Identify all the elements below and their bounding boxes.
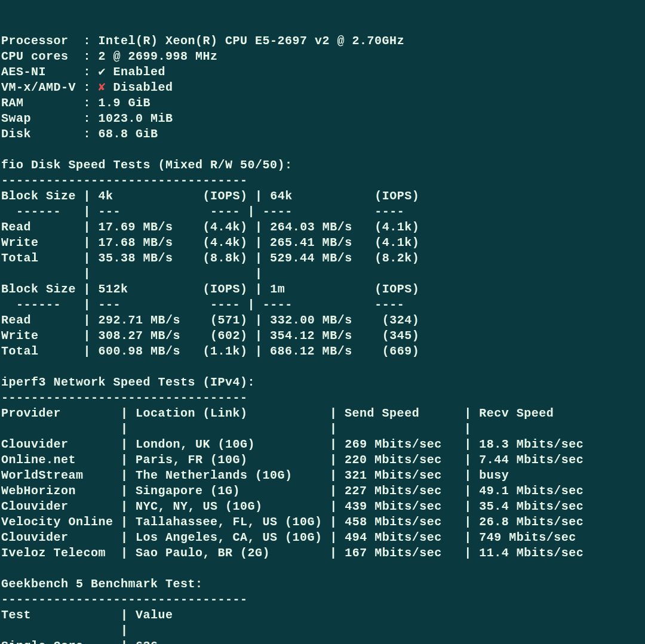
fio-total-4k-iops: (8.8k) (203, 251, 248, 265)
fio-total-512k-iops: (1.1k) (203, 344, 248, 358)
processor-value: Intel(R) Xeon(R) CPU E5-2697 v2 @ 2.70GH… (99, 34, 405, 48)
fio-read-label: Read (1, 220, 31, 234)
iperf-provider: Clouvider (1, 500, 69, 513)
fio-hdr-block2: Block Size (1, 282, 76, 296)
fio-total-label2: Total (1, 344, 39, 358)
fio-write-label2: Write (1, 329, 39, 343)
iperf-send: 494 Mbits/sec (345, 531, 442, 544)
fio-write-64k: 265.41 MB/s (270, 236, 352, 249)
fio-total-64k: 529.44 MB/s (270, 251, 352, 265)
iperf-hdr-provider: Provider (1, 406, 61, 420)
fio-total-4k: 35.38 MB/s (99, 251, 173, 265)
disk-value: 68.8 GiB (99, 127, 158, 141)
iperf-send: 458 Mbits/sec (345, 515, 442, 529)
check-icon: ✔ (99, 65, 106, 79)
iperf-title: iperf3 Network Speed Tests (IPv4): (1, 375, 255, 389)
iperf-recv: 7.44 Mbits/sec (479, 453, 583, 467)
fio-hdr-iops4: (IOPS) (374, 282, 419, 296)
iperf-send: 227 Mbits/sec (345, 484, 442, 498)
iperf-provider: WorldStream (1, 469, 84, 482)
fio-total-1m-iops: (669) (382, 344, 420, 358)
geekbench-single-label: Single Core (1, 639, 84, 644)
iperf-hdr-send: Send Speed (345, 406, 419, 420)
vmx-value: Disabled (113, 81, 173, 94)
fio-hdr-iops3: (IOPS) (203, 282, 248, 296)
aesni-label: AES-NI (1, 65, 46, 79)
fio-total-1m: 686.12 MB/s (270, 344, 352, 358)
terminal-output: Processor : Intel(R) Xeon(R) CPU E5-2697… (1, 33, 644, 644)
cores-label: CPU cores (1, 50, 69, 63)
processor-label: Processor (1, 34, 69, 48)
fio-dash-row: ------ | (1, 205, 91, 218)
fio-read-1m: 332.00 MB/s (270, 313, 352, 327)
iperf-hdr-recv: Recv Speed (479, 406, 554, 420)
iperf-hdr-location: Location (Link) (136, 406, 248, 420)
fio-write-4k: 17.68 MB/s (99, 236, 173, 249)
vmx-label: VM-x/AMD-V (1, 81, 76, 94)
fio-title: fio Disk Speed Tests (Mixed R/W 50/50): (1, 158, 293, 172)
fio-read-64k-iops: (4.1k) (374, 220, 419, 234)
fio-write-1m: 354.12 MB/s (270, 329, 352, 343)
disk-label: Disk (1, 127, 31, 141)
geekbench-single-value: 636 (136, 639, 158, 644)
iperf-dashes: --------------------------------- (1, 391, 248, 405)
iperf-location: NYC, NY, US (10G) (136, 500, 263, 513)
iperf-row: Iveloz Telecom | Sao Paulo, BR (2G) | 16… (1, 546, 583, 560)
iperf-location: The Netherlands (10G) (136, 469, 293, 482)
iperf-recv: 49.1 Mbits/sec (479, 484, 583, 498)
aesni-value: Enabled (113, 65, 166, 79)
cores-value: 2 @ 2699.998 MHz (99, 50, 218, 63)
iperf-row: WebHorizon | Singapore (1G) | 227 Mbits/… (1, 484, 583, 498)
iperf-recv: 11.4 Mbits/sec (479, 546, 583, 560)
fio-hdr-512k: 512k (99, 282, 128, 296)
fio-read-512k: 292.71 MB/s (99, 313, 181, 327)
fio-read-1m-iops: (324) (382, 313, 420, 327)
fio-read-64k: 264.03 MB/s (270, 220, 352, 234)
fio-total-64k-iops: (8.2k) (374, 251, 419, 265)
fio-hdr-iops1: (IOPS) (203, 189, 248, 203)
fio-hdr-iops2: (IOPS) (374, 189, 419, 203)
fio-hdr-block: Block Size (1, 189, 76, 203)
fio-hdr-1m: 1m (270, 282, 285, 296)
fio-read-label2: Read (1, 313, 31, 327)
geekbench-title: Geekbench 5 Benchmark Test: (1, 577, 203, 591)
iperf-row: Online.net | Paris, FR (10G) | 220 Mbits… (1, 453, 583, 467)
iperf-location: Singapore (1G) (136, 484, 240, 498)
iperf-provider: Clouvider (1, 531, 69, 544)
iperf-send: 269 Mbits/sec (345, 437, 442, 451)
iperf-row: Velocity Online | Tallahassee, FL, US (1… (1, 515, 583, 529)
iperf-location: Los Angeles, CA, US (10G) (136, 531, 322, 544)
fio-read-512k-iops: (571) (210, 313, 248, 327)
iperf-send: 321 Mbits/sec (345, 469, 442, 482)
iperf-provider: WebHorizon (1, 484, 76, 498)
iperf-recv: 35.4 Mbits/sec (479, 500, 583, 513)
swap-value: 1023.0 MiB (99, 112, 173, 125)
iperf-send: 220 Mbits/sec (345, 453, 442, 467)
iperf-row: Clouvider | Los Angeles, CA, US (10G) | … (1, 531, 576, 544)
iperf-provider: Velocity Online (1, 515, 113, 529)
geekbench-hdr-value: Value (136, 608, 173, 622)
fio-hdr-64k: 64k (270, 189, 293, 203)
fio-write-64k-iops: (4.1k) (374, 236, 419, 249)
iperf-row: Clouvider | London, UK (10G) | 269 Mbits… (1, 437, 583, 451)
iperf-send: 167 Mbits/sec (345, 546, 442, 560)
iperf-recv: 18.3 Mbits/sec (479, 437, 583, 451)
iperf-recv: busy (479, 469, 509, 482)
iperf-recv: 26.8 Mbits/sec (479, 515, 583, 529)
iperf-location: London, UK (10G) (136, 437, 255, 451)
fio-hdr-4k: 4k (99, 189, 113, 203)
fio-total-label: Total (1, 251, 39, 265)
iperf-row: WorldStream | The Netherlands (10G) | 32… (1, 469, 509, 482)
iperf-row: Clouvider | NYC, NY, US (10G) | 439 Mbit… (1, 500, 583, 513)
cross-icon: ✘ (99, 81, 106, 94)
ram-label: RAM (1, 96, 24, 110)
fio-total-512k: 600.98 MB/s (99, 344, 181, 358)
iperf-recv: 749 Mbits/sec (479, 531, 576, 544)
iperf-send: 439 Mbits/sec (345, 500, 442, 513)
geekbench-hdr-test: Test (1, 608, 31, 622)
ram-value: 1.9 GiB (99, 96, 151, 110)
fio-write-label: Write (1, 236, 39, 249)
fio-read-4k-iops: (4.4k) (203, 220, 248, 234)
fio-write-1m-iops: (345) (382, 329, 420, 343)
fio-read-4k: 17.69 MB/s (99, 220, 173, 234)
